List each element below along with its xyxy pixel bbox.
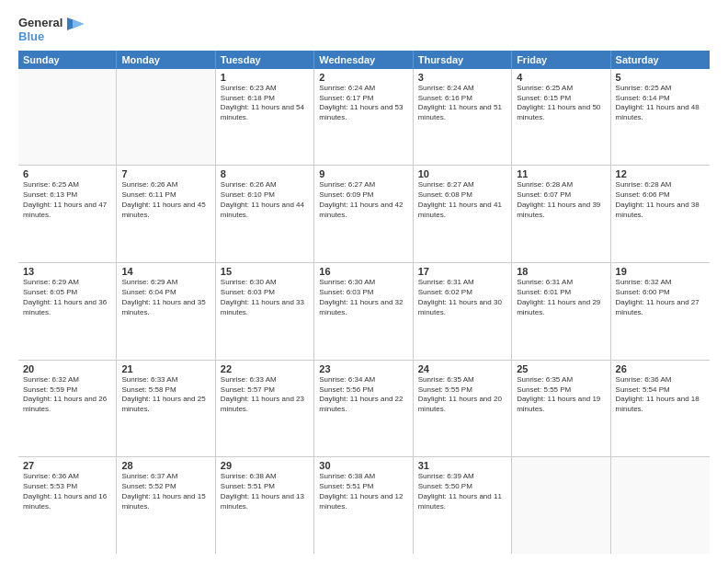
day-number: 6 — [23, 168, 111, 179]
cell-info: Sunrise: 6:25 AM — [23, 180, 111, 190]
calendar-cell: 1Sunrise: 6:23 AMSunset: 6:18 PMDaylight… — [216, 69, 314, 166]
cell-info: Daylight: 11 hours and 29 minutes. — [517, 298, 605, 318]
cell-info: Sunrise: 6:39 AM — [418, 472, 506, 482]
logo-arrow-icon — [67, 17, 84, 30]
cell-info: Sunrise: 6:38 AM — [221, 472, 309, 482]
cell-info: Daylight: 11 hours and 42 minutes. — [319, 201, 407, 221]
calendar-row-2: 6Sunrise: 6:25 AMSunset: 6:13 PMDaylight… — [18, 166, 710, 263]
cell-info: Sunset: 5:53 PM — [23, 482, 111, 492]
calendar-row-5: 27Sunrise: 6:36 AMSunset: 5:53 PMDayligh… — [18, 457, 710, 554]
calendar-row-1: 1Sunrise: 6:23 AMSunset: 6:18 PMDaylight… — [18, 69, 710, 167]
cell-info: Sunset: 6:06 PM — [616, 190, 705, 201]
cell-info: Sunset: 6:09 PM — [319, 190, 407, 201]
cell-info: Sunset: 6:08 PM — [418, 190, 506, 201]
cell-info: Sunrise: 6:29 AM — [23, 278, 111, 288]
cell-info: Sunrise: 6:35 AM — [517, 375, 605, 385]
day-header-monday: Monday — [117, 51, 215, 69]
calendar-cell: 4Sunrise: 6:25 AMSunset: 6:15 PMDaylight… — [512, 69, 610, 166]
cell-info: Sunrise: 6:34 AM — [319, 375, 407, 385]
calendar-cell: 21Sunrise: 6:33 AMSunset: 5:58 PMDayligh… — [117, 361, 215, 457]
cell-info: Daylight: 11 hours and 38 minutes. — [616, 201, 705, 221]
cell-info: Sunset: 6:07 PM — [517, 190, 605, 201]
calendar: SundayMondayTuesdayWednesdayThursdayFrid… — [18, 51, 710, 554]
cell-info: Sunset: 5:51 PM — [221, 482, 309, 492]
day-number: 16 — [319, 266, 407, 277]
calendar-cell — [18, 69, 117, 166]
day-number: 4 — [517, 72, 605, 83]
day-number: 29 — [221, 460, 309, 471]
cell-info: Sunrise: 6:23 AM — [221, 84, 309, 94]
calendar-cell: 11Sunrise: 6:28 AMSunset: 6:07 PMDayligh… — [512, 166, 610, 262]
cell-info: Sunset: 6:13 PM — [23, 190, 111, 201]
calendar-cell: 29Sunrise: 6:38 AMSunset: 5:51 PMDayligh… — [216, 457, 314, 554]
cell-info: Sunset: 5:56 PM — [319, 385, 407, 396]
cell-info: Sunrise: 6:29 AM — [121, 278, 210, 288]
cell-info: Sunrise: 6:26 AM — [121, 180, 210, 190]
calendar-cell — [611, 457, 710, 554]
cell-info: Sunrise: 6:38 AM — [319, 472, 407, 482]
cell-info: Sunset: 5:55 PM — [418, 385, 506, 396]
cell-info: Sunset: 5:51 PM — [319, 482, 407, 492]
day-number: 8 — [221, 168, 309, 179]
cell-info: Daylight: 11 hours and 30 minutes. — [418, 298, 506, 318]
cell-info: Daylight: 11 hours and 12 minutes. — [319, 492, 407, 512]
day-number: 23 — [319, 363, 407, 374]
cell-info: Sunrise: 6:33 AM — [221, 375, 309, 385]
calendar-cell — [512, 457, 610, 554]
day-number: 11 — [517, 168, 605, 179]
calendar-cell — [117, 69, 215, 166]
cell-info: Daylight: 11 hours and 11 minutes. — [418, 492, 506, 512]
cell-info: Daylight: 11 hours and 27 minutes. — [616, 298, 705, 318]
calendar-cell: 7Sunrise: 6:26 AMSunset: 6:11 PMDaylight… — [117, 166, 215, 262]
day-header-saturday: Saturday — [611, 51, 710, 69]
day-number: 26 — [616, 363, 705, 374]
cell-info: Daylight: 11 hours and 39 minutes. — [517, 201, 605, 221]
cell-info: Daylight: 11 hours and 54 minutes. — [221, 103, 309, 123]
day-number: 22 — [221, 363, 309, 374]
day-number: 5 — [616, 72, 705, 83]
cell-info: Sunset: 5:50 PM — [418, 482, 506, 492]
cell-info: Daylight: 11 hours and 13 minutes. — [221, 492, 309, 512]
cell-info: Sunset: 6:02 PM — [418, 288, 506, 298]
calendar-cell: 26Sunrise: 6:36 AMSunset: 5:54 PMDayligh… — [611, 361, 710, 457]
calendar-row-3: 13Sunrise: 6:29 AMSunset: 6:05 PMDayligh… — [18, 263, 710, 361]
cell-info: Sunrise: 6:35 AM — [418, 375, 506, 385]
cell-info: Sunrise: 6:30 AM — [221, 278, 309, 288]
cell-info: Sunrise: 6:31 AM — [517, 278, 605, 288]
calendar-cell: 24Sunrise: 6:35 AMSunset: 5:55 PMDayligh… — [414, 361, 512, 457]
calendar-cell: 6Sunrise: 6:25 AMSunset: 6:13 PMDaylight… — [18, 166, 117, 262]
day-number: 9 — [319, 168, 407, 179]
cell-info: Daylight: 11 hours and 32 minutes. — [319, 298, 407, 318]
cell-info: Sunrise: 6:26 AM — [221, 180, 309, 190]
cell-info: Sunset: 6:00 PM — [616, 288, 705, 298]
cell-info: Daylight: 11 hours and 47 minutes. — [23, 201, 111, 221]
calendar-cell: 2Sunrise: 6:24 AMSunset: 6:17 PMDaylight… — [314, 69, 413, 166]
cell-info: Sunrise: 6:30 AM — [319, 278, 407, 288]
calendar-cell: 14Sunrise: 6:29 AMSunset: 6:04 PMDayligh… — [117, 263, 215, 360]
page-header: General Blue — [18, 17, 710, 43]
calendar-cell: 20Sunrise: 6:32 AMSunset: 5:59 PMDayligh… — [18, 361, 117, 457]
cell-info: Sunset: 6:18 PM — [221, 94, 309, 104]
calendar-cell: 5Sunrise: 6:25 AMSunset: 6:14 PMDaylight… — [611, 69, 710, 166]
cell-info: Sunrise: 6:32 AM — [23, 375, 111, 385]
cell-info: Daylight: 11 hours and 15 minutes. — [121, 492, 210, 512]
cell-info: Sunrise: 6:24 AM — [319, 84, 407, 94]
cell-info: Sunset: 5:59 PM — [23, 385, 111, 396]
cell-info: Sunrise: 6:31 AM — [418, 278, 506, 288]
logo-text-blue: Blue — [18, 30, 84, 43]
cell-info: Sunset: 6:01 PM — [517, 288, 605, 298]
cell-info: Sunset: 6:11 PM — [121, 190, 210, 201]
day-number: 28 — [121, 460, 210, 471]
calendar-cell: 15Sunrise: 6:30 AMSunset: 6:03 PMDayligh… — [216, 263, 314, 360]
calendar-cell: 25Sunrise: 6:35 AMSunset: 5:55 PMDayligh… — [512, 361, 610, 457]
calendar-cell: 18Sunrise: 6:31 AMSunset: 6:01 PMDayligh… — [512, 263, 610, 360]
calendar-header: SundayMondayTuesdayWednesdayThursdayFrid… — [18, 51, 710, 69]
cell-info: Sunset: 6:14 PM — [616, 94, 705, 104]
calendar-cell: 28Sunrise: 6:37 AMSunset: 5:52 PMDayligh… — [117, 457, 215, 554]
day-number: 13 — [23, 266, 111, 277]
day-number: 12 — [616, 168, 705, 179]
day-number: 31 — [418, 460, 506, 471]
logo-text-general: General — [18, 17, 84, 30]
cell-info: Sunrise: 6:32 AM — [616, 278, 705, 288]
cell-info: Sunrise: 6:24 AM — [418, 84, 506, 94]
